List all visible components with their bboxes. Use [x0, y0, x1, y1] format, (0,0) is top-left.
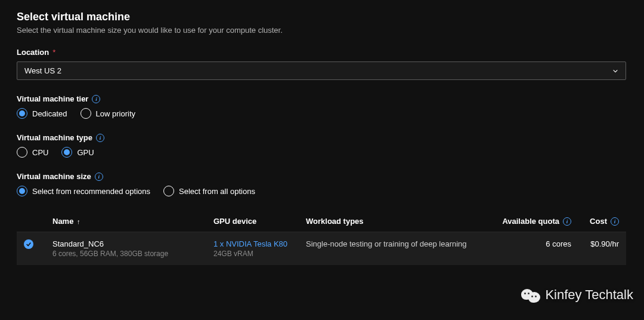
col-header-cost[interactable]: Cost i	[571, 217, 619, 226]
size-label: Virtual machine size i	[17, 172, 627, 181]
col-header-workload[interactable]: Workload types	[306, 217, 479, 226]
col-header-name[interactable]: Name ↑	[52, 217, 213, 226]
type-label-text: Virtual machine type	[17, 133, 92, 142]
location-label-text: Location	[17, 48, 49, 57]
header-cost-text: Cost	[590, 217, 607, 226]
header-name-text: Name	[52, 217, 73, 226]
table-header-row: Name ↑ GPU device Workload types Availab…	[17, 211, 626, 232]
size-radio-group: Select from recommended options Select f…	[17, 186, 627, 196]
row-cost-cell: $0.90/hr	[571, 239, 619, 248]
wechat-icon	[521, 287, 541, 303]
type-section: Virtual machine type i CPU GPU	[17, 133, 627, 158]
info-icon[interactable]: i	[611, 217, 619, 226]
radio-label: Select from all options	[179, 187, 255, 196]
radio-label: CPU	[32, 148, 48, 157]
radio-label: Dedicated	[32, 109, 67, 118]
chevron-down-icon	[612, 68, 618, 74]
location-value: West US 2	[24, 66, 61, 75]
radio-circle-icon	[17, 147, 27, 158]
tier-section: Virtual machine tier i Dedicated Low pri…	[17, 94, 627, 119]
vm-specs: 6 cores, 56GB RAM, 380GB storage	[52, 250, 213, 258]
location-section: Location * West US 2	[17, 48, 627, 80]
row-quota-cell: 6 cores	[479, 239, 571, 248]
watermark: Kinfey Techtalk	[521, 287, 633, 303]
col-header-quota[interactable]: Available quota i	[479, 217, 571, 226]
tier-radio-group: Dedicated Low priority	[17, 108, 627, 119]
row-workload-cell: Single-node testing or training of deep …	[306, 239, 479, 248]
radio-low-priority[interactable]: Low priority	[80, 108, 135, 119]
header-quota-text: Available quota	[502, 217, 559, 226]
type-label: Virtual machine type i	[17, 133, 627, 142]
col-header-select	[24, 217, 52, 226]
radio-circle-icon	[61, 147, 72, 158]
cost-value: $0.90/hr	[590, 239, 619, 248]
radio-circle-icon	[17, 186, 27, 196]
page-subtitle: Select the virtual machine size you woul…	[17, 26, 627, 35]
vm-size-table: Name ↑ GPU device Workload types Availab…	[17, 211, 626, 265]
radio-label: GPU	[77, 148, 94, 157]
radio-cpu[interactable]: CPU	[17, 147, 48, 158]
tier-label: Virtual machine tier i	[17, 94, 627, 103]
row-name-cell: Standard_NC6 6 cores, 56GB RAM, 380GB st…	[52, 239, 213, 258]
type-radio-group: CPU GPU	[17, 147, 627, 158]
quota-value: 6 cores	[546, 239, 571, 248]
vm-name: Standard_NC6	[52, 239, 213, 248]
watermark-text: Kinfey Techtalk	[545, 287, 633, 303]
radio-all[interactable]: Select from all options	[163, 186, 255, 196]
size-section: Virtual machine size i Select from recom…	[17, 172, 627, 196]
location-select[interactable]: West US 2	[17, 61, 626, 80]
col-header-gpu[interactable]: GPU device	[213, 217, 306, 226]
radio-label: Select from recommended options	[32, 187, 150, 196]
radio-label: Low priority	[96, 109, 135, 118]
required-indicator: *	[52, 48, 55, 57]
workload-text: Single-node testing or training of deep …	[306, 239, 479, 248]
location-label: Location *	[17, 48, 627, 57]
radio-circle-icon	[163, 186, 174, 196]
radio-circle-icon	[80, 108, 91, 119]
radio-gpu[interactable]: GPU	[61, 147, 94, 158]
gpu-device-link[interactable]: 1 x NVIDIA Tesla K80	[213, 239, 306, 248]
info-icon[interactable]: i	[92, 95, 100, 103]
info-icon[interactable]: i	[96, 134, 104, 142]
radio-circle-icon	[17, 108, 27, 119]
row-gpu-cell: 1 x NVIDIA Tesla K80 24GB vRAM	[213, 239, 306, 258]
table-row[interactable]: Standard_NC6 6 cores, 56GB RAM, 380GB st…	[17, 232, 626, 265]
radio-dedicated[interactable]: Dedicated	[17, 108, 67, 119]
page-title: Select virtual machine	[17, 11, 627, 23]
tier-label-text: Virtual machine tier	[17, 94, 88, 103]
size-label-text: Virtual machine size	[17, 172, 91, 181]
radio-recommended[interactable]: Select from recommended options	[17, 186, 150, 196]
info-icon[interactable]: i	[95, 173, 103, 181]
gpu-vram: 24GB vRAM	[213, 250, 306, 258]
selected-check-icon	[24, 239, 33, 249]
row-selected-cell	[24, 239, 52, 249]
sort-ascending-icon: ↑	[77, 218, 80, 225]
info-icon[interactable]: i	[563, 217, 571, 226]
